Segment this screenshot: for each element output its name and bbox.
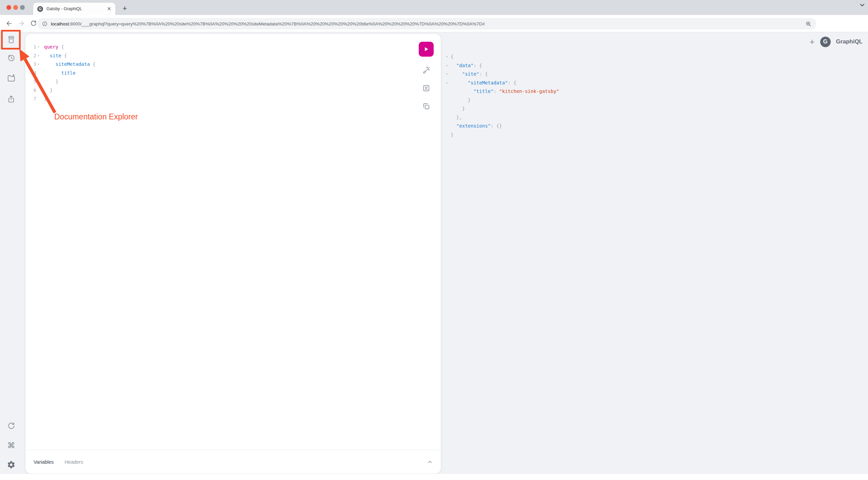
- fold-gutter: [36, 86, 41, 95]
- reload-icon[interactable]: [30, 20, 37, 27]
- fold-arrow-icon[interactable]: ▾: [36, 52, 41, 60]
- code-line: 7 }: [32, 95, 417, 103]
- gatsby-favicon-icon: G: [37, 6, 43, 12]
- query-editor[interactable]: 1▾query {2▾ site {3▾ siteMetadata {4 tit…: [25, 43, 417, 103]
- response-pane: + G GraphiQL ▾{▾ "data": {▾ "site": {▾ "…: [442, 32, 868, 474]
- fold-arrow-icon[interactable]: ▾: [445, 79, 449, 88]
- prettify-icon[interactable]: [422, 66, 431, 75]
- execute-query-button[interactable]: [419, 42, 434, 57]
- response-viewer: ▾{▾ "data": {▾ "site": {▾ "siteMetadata"…: [442, 53, 559, 139]
- fold-arrow-icon[interactable]: ▾: [445, 53, 449, 61]
- tab-title: Gatsby - GraphiQL: [46, 6, 105, 11]
- annotation-highlight-box: [1, 30, 21, 50]
- code-line: 5 }: [32, 77, 417, 86]
- editor-toolbar: [419, 42, 434, 111]
- secondary-editor-bar: Variables Headers: [25, 450, 441, 474]
- fold-gutter: [445, 104, 449, 113]
- new-tab-button[interactable]: +: [119, 3, 130, 14]
- code-line: ▾ "data": {: [445, 61, 559, 70]
- forward-icon[interactable]: [18, 20, 25, 27]
- tab-close-icon[interactable]: ✕: [107, 6, 111, 12]
- share-icon[interactable]: [7, 95, 16, 103]
- line-number: 5: [32, 77, 36, 86]
- line-number: 4: [32, 69, 36, 78]
- window-maximize-button: [20, 5, 25, 10]
- fold-gutter: [36, 95, 41, 103]
- code-line: },: [445, 113, 559, 122]
- zoom-icon[interactable]: [805, 21, 812, 27]
- code-line: "extensions": {}: [445, 122, 559, 131]
- keyboard-shortcuts-icon[interactable]: ⌘: [7, 441, 16, 450]
- code-line: ▾ "siteMetadata": {: [445, 79, 559, 88]
- merge-fragments-icon[interactable]: [422, 84, 431, 93]
- refetch-icon[interactable]: [7, 421, 16, 430]
- fold-gutter: [445, 131, 449, 139]
- history-icon[interactable]: [7, 53, 16, 62]
- line-number: 3: [32, 60, 36, 69]
- fold-gutter: [36, 69, 41, 78]
- graphiql-app: ⌘ 1▾query {2▾ site {3▾ siteMetadata {4 t…: [0, 32, 868, 474]
- chevron-up-icon[interactable]: [427, 459, 433, 465]
- graphiql-sidebar: ⌘: [0, 32, 22, 474]
- code-line: "title": "kitchen-sink-gatsby": [445, 87, 559, 96]
- session-header: + G GraphiQL: [809, 35, 863, 49]
- fold-gutter: [445, 122, 449, 131]
- browser-window: G Gatsby - GraphiQL ✕ + localhost:8000/_…: [0, 0, 868, 480]
- window-bottom-strip: [0, 474, 868, 480]
- fold-arrow-icon[interactable]: ▾: [36, 43, 41, 52]
- browser-toolbar: localhost:8000/___graphql?query=query%20…: [0, 15, 868, 32]
- address-bar[interactable]: localhost:8000/___graphql?query=query%20…: [37, 18, 816, 30]
- annotation-label: Documentation Explorer: [54, 112, 138, 121]
- add-session-tab-button[interactable]: +: [809, 37, 814, 47]
- fold-arrow-icon[interactable]: ▾: [445, 61, 449, 70]
- fold-gutter: [445, 87, 449, 96]
- line-number: 7: [32, 95, 36, 103]
- line-number: 2: [32, 52, 36, 60]
- code-line: 4 title: [32, 69, 417, 78]
- copy-query-icon[interactable]: [422, 102, 431, 111]
- browser-tab[interactable]: G Gatsby - GraphiQL ✕: [33, 3, 115, 15]
- code-line: }: [445, 131, 559, 139]
- code-line: ▾ "site": {: [445, 70, 559, 79]
- fold-arrow-icon[interactable]: ▾: [36, 60, 41, 69]
- tab-variables[interactable]: Variables: [34, 459, 54, 465]
- play-icon: [423, 46, 429, 52]
- line-number: 1: [32, 43, 36, 52]
- code-line: 6 }: [32, 86, 417, 95]
- graphiql-logo-text: GraphiQL: [836, 38, 863, 45]
- code-line: 2▾ site {: [32, 52, 417, 60]
- line-number: 6: [32, 86, 36, 95]
- code-line: 1▾query {: [32, 43, 417, 52]
- fold-gutter: [445, 113, 449, 122]
- fold-gutter: [445, 96, 449, 105]
- site-info-icon[interactable]: [42, 21, 47, 26]
- url-text: localhost:8000/___graphql?query=query%20…: [51, 21, 485, 26]
- fold-arrow-icon[interactable]: ▾: [445, 70, 449, 79]
- graphiql-logo-icon: G: [820, 37, 831, 47]
- code-line: }: [445, 96, 559, 105]
- settings-icon[interactable]: [7, 460, 16, 469]
- query-editor-pane: 1▾query {2▾ site {3▾ siteMetadata {4 tit…: [25, 34, 441, 474]
- fold-gutter: [36, 77, 41, 86]
- open-file-icon[interactable]: [7, 74, 16, 82]
- back-icon[interactable]: [5, 20, 13, 27]
- window-close-button[interactable]: [6, 5, 11, 10]
- code-line: ▾{: [445, 53, 559, 61]
- code-line: }: [445, 104, 559, 113]
- code-line: 3▾ siteMetadata {: [32, 60, 417, 69]
- tab-headers[interactable]: Headers: [64, 459, 83, 465]
- window-minimize-button[interactable]: [13, 5, 18, 10]
- browser-tab-strip: G Gatsby - GraphiQL ✕ +: [0, 0, 868, 15]
- tab-search-chevron-icon[interactable]: [859, 2, 865, 8]
